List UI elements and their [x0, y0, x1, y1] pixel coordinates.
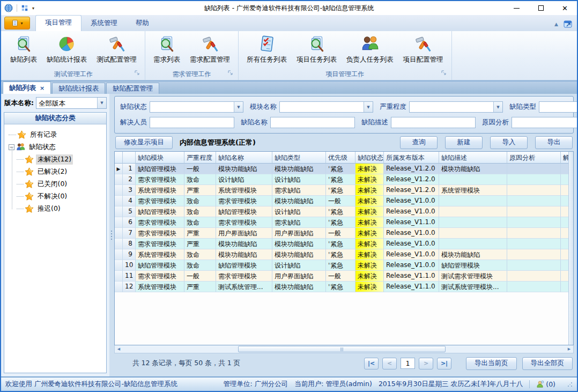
table-row[interactable]: ▶1缺陷管理模块一般模块功能缺陷模块功能缺陷'紧急未解决Release_V1.2…	[115, 164, 568, 174]
scroll-left-icon[interactable]: ◀	[115, 345, 123, 353]
doc-tab-缺陷配置管理[interactable]: 缺陷配置管理	[106, 83, 159, 94]
chevron-down-icon[interactable]: ▼	[97, 98, 106, 108]
table-row[interactable]: 8需求管理模块严重模块功能缺陷模块功能缺陷'紧急未解决Release_V1.0.…	[115, 239, 568, 249]
table-row[interactable]: 12系统管理模块严重测试系统管理...模块功能缺陷'紧急未解决Release_V…	[115, 282, 568, 292]
filter-select-缺陷状态[interactable]: ▼	[150, 101, 243, 113]
horizontal-scrollbar[interactable]: ◀ ▶	[114, 345, 574, 353]
table-row[interactable]: 10缺陷管理模块致命缺陷管理模块设计缺陷'紧急未解决Release_V1.0.0…	[115, 260, 568, 271]
filter-label: 缺陷类型	[509, 102, 536, 112]
app-menu-icon	[11, 19, 19, 27]
filter-input-field[interactable]	[271, 117, 354, 128]
doc-tab-缺陷统计报表[interactable]: 缺陷统计报表	[52, 83, 105, 94]
filter-input-解决人员[interactable]	[150, 117, 234, 128]
minimize-button[interactable]	[505, 1, 529, 15]
export-all-pages-button[interactable]: 导出全部页	[522, 357, 573, 370]
modify-columns-button[interactable]: 修改显示项目	[115, 136, 173, 149]
chevron-down-icon[interactable]: ▼	[364, 102, 373, 112]
table-row[interactable]: 4需求管理模块致命需求管理模块模块功能缺陷一般未解决Release_V1.0.0	[115, 196, 568, 206]
page-number-input[interactable]	[401, 358, 415, 369]
dialog-launcher-icon[interactable]	[135, 70, 140, 77]
filter-select-模块名称[interactable]: ▼	[279, 101, 373, 113]
first-page-button[interactable]: |<	[364, 358, 379, 369]
maximize-button[interactable]	[529, 1, 553, 15]
action-button-导入[interactable]: 导入	[490, 136, 528, 149]
cell-type: 用户界面缺陷	[272, 228, 326, 239]
tree-item-推迟(0)[interactable]: 推迟(0)	[9, 203, 106, 215]
filter-input-field[interactable]	[512, 117, 577, 128]
tab-close-icon[interactable]: ×	[40, 85, 45, 92]
last-page-button[interactable]: >|	[437, 358, 451, 369]
table-row[interactable]: 6需求管理模块致命需求管理模块需求缺陷'紧急未解决Release_V1.1.0	[115, 217, 568, 228]
help-window-icon[interactable]	[564, 20, 573, 28]
ribbon-button-需求配置管理[interactable]: 需求配置管理	[186, 32, 234, 65]
tree-connector	[17, 172, 24, 172]
chevron-down-icon[interactable]: ▼	[234, 102, 243, 112]
ribbon-button-项目配置管理[interactable]: 项目配置管理	[399, 32, 447, 65]
layout-icon[interactable]	[21, 4, 28, 12]
cell-type: 设计缺陷	[272, 260, 326, 271]
filter-input-field[interactable]	[150, 117, 234, 128]
action-button-导出[interactable]: 导出	[535, 136, 573, 149]
ribbon-button-缺陷统计报表[interactable]: 缺陷统计报表	[43, 32, 91, 65]
tree-item-缺陷状态[interactable]: −缺陷状态	[9, 141, 106, 153]
tree-item-已关闭(0)[interactable]: 已关闭(0)	[9, 178, 106, 190]
vertical-scrollbar[interactable]	[568, 152, 573, 345]
cell-cause	[507, 271, 561, 282]
resize-grip-icon[interactable]	[567, 382, 573, 387]
ribbon-button-项目任务列表[interactable]: 项目任务列表	[293, 32, 340, 65]
ribbon-tab-项目管理[interactable]: 项目管理	[35, 15, 81, 31]
filter-input-field[interactable]	[391, 117, 475, 128]
doc-tab-缺陷列表[interactable]: 缺陷列表×	[3, 82, 51, 94]
statusbar: 欢迎使用 广州爱奇迪软件科技有限公司-缺陷信息管理系统 管理单位: 广州分公司 …	[1, 376, 577, 391]
tree-item-不解决(0)[interactable]: 不解决(0)	[9, 190, 106, 203]
filter-input-缺陷名称[interactable]	[270, 117, 355, 128]
filter-input-原因分析[interactable]	[512, 117, 577, 128]
close-button[interactable]: ✕	[553, 1, 577, 15]
ribbon-button-缺陷列表[interactable]: 缺陷列表	[6, 32, 41, 65]
filter-input-缺陷描述[interactable]	[391, 117, 476, 128]
dialog-launcher-icon[interactable]	[228, 70, 233, 77]
quick-access-dropdown-icon[interactable]: ▾	[32, 6, 34, 11]
ribbon-button-需求列表[interactable]: 需求列表	[150, 32, 184, 65]
filter-input-field[interactable]	[150, 102, 234, 112]
action-button-查询[interactable]: 查询	[400, 136, 438, 149]
cell-name: 需求管理模块	[216, 217, 272, 228]
ribbon-tab-帮助[interactable]: 帮助	[127, 16, 158, 31]
scrollbar-thumb[interactable]	[238, 346, 446, 352]
filter-item-严重程度: 严重程度▼	[380, 101, 503, 113]
table-row[interactable]: 7需求管理模块严重用户界面缺陷用户界面缺陷一般未解决Release_V1.0.0	[115, 228, 568, 239]
dialog-launcher-icon[interactable]	[441, 70, 447, 77]
table-row[interactable]: 2需求管理模块致命设计缺陷设计缺陷'紧急未解决Release_V1.2.0	[115, 174, 568, 185]
tree-item-所有记录[interactable]: 所有记录	[9, 129, 106, 141]
collapse-ribbon-icon[interactable]: ▲	[554, 21, 558, 27]
filter-input-field[interactable]	[539, 102, 577, 112]
scroll-right-icon[interactable]: ▶	[565, 345, 573, 353]
message-indicator[interactable]: (0)	[536, 380, 555, 388]
tree-item-未解决(12)[interactable]: 未解决(12)	[9, 153, 106, 166]
ribbon-button-所有任务列表[interactable]: 所有任务列表	[243, 32, 291, 65]
filter-select-严重程度[interactable]: ▼	[409, 101, 503, 113]
cell-severity: 严重	[184, 282, 216, 292]
chevron-down-icon[interactable]: ▼	[493, 102, 502, 112]
export-current-page-button[interactable]: 导出当前页	[466, 357, 517, 370]
version-select[interactable]: 全部版本 ▼	[36, 97, 107, 109]
panel-splitter[interactable]	[109, 94, 113, 376]
table-row[interactable]: 11需求管理模块一般需求管理模块用户界面缺陷一般未解决Release_V1.1.…	[115, 271, 568, 282]
ribbon-button-负责人任务列表[interactable]: 负责人任务列表	[343, 32, 397, 65]
cell-description: 缺陷管理模块	[439, 260, 507, 271]
next-page-button[interactable]: >	[419, 358, 433, 369]
ribbon-button-测试配置管理[interactable]: 测试配置管理	[93, 32, 140, 65]
table-row[interactable]: 9系统管理模块致命模块功能缺陷模块功能缺陷'紧急未解决Release_V1.0.…	[115, 249, 568, 260]
filter-select-缺陷类型[interactable]: ▼	[539, 101, 577, 113]
filter-input-field[interactable]	[410, 102, 493, 112]
row-indicator	[115, 196, 123, 206]
app-menu-button[interactable]: ▾	[4, 17, 30, 29]
prev-page-button[interactable]: <	[382, 358, 397, 369]
tree-item-已解决(2)[interactable]: 已解决(2)	[9, 166, 106, 178]
cell-module: 系统管理模块	[136, 249, 184, 260]
action-button-新建[interactable]: 新建	[445, 136, 483, 149]
table-row[interactable]: 3系统管理模块严重系统管理模块需求缺陷'紧急未解决Release_V1.2.0系…	[115, 185, 568, 196]
ribbon-tab-系统管理[interactable]: 系统管理	[81, 16, 127, 31]
table-row[interactable]: 5缺陷管理模块致命缺陷管理模块设计缺陷'紧急未解决Release_V1.0.0	[115, 206, 568, 217]
filter-input-field[interactable]	[280, 102, 364, 112]
